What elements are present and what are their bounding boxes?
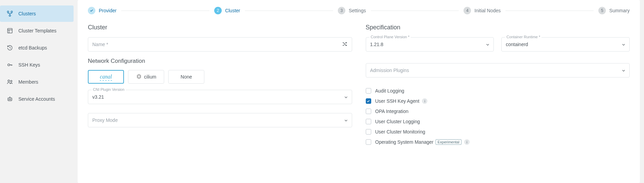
service-accounts-icon [6,95,14,103]
checkbox-icon [366,88,371,94]
svg-marker-11 [138,75,140,78]
info-icon[interactable]: i [422,98,427,104]
checkbox-icon [366,109,371,114]
checkbox-label: User SSH Key Agent i [375,98,428,104]
chevron-down-icon [485,42,489,46]
step-number: 5 [598,7,606,14]
experimental-badge: Experimental [436,139,461,145]
cni-option-label: None [180,74,192,80]
cni-option-cilium[interactable]: cilium [128,70,164,84]
shuffle-icon[interactable] [342,41,348,48]
step-provider[interactable]: Provider [88,7,116,14]
step-label: Initial Nodes [474,8,501,13]
step-settings[interactable]: 3 Settings [338,7,366,14]
canal-logo: canal [100,74,112,80]
svg-point-4 [8,64,10,66]
checkbox-label: OPA Integration [375,109,409,114]
chevron-down-icon [621,42,625,46]
svg-point-8 [9,99,10,100]
sidebar-item-label: etcd Backups [18,45,47,51]
field-label: Container Runtime * [505,35,541,39]
step-summary[interactable]: 5 Summary [598,7,630,14]
wizard-stepper: Provider 2 Cluster 3 Settings 4 Initial … [88,7,630,14]
left-column: Cluster Name * Network Configuration can… [88,24,352,147]
sidebar-item-clusters[interactable]: Clusters [0,5,74,22]
info-icon[interactable]: i [464,139,470,145]
cni-option-none[interactable]: None [168,70,204,84]
container-runtime-select[interactable]: Container Runtime * containerd [501,37,630,52]
right-column: Specification Control Plane Version * 1.… [366,24,630,147]
cni-plugin-options: canal cilium None [88,70,352,84]
cluster-name-input[interactable]: Name * [88,37,352,52]
cni-option-label: cilium [144,74,156,80]
chevron-down-icon [344,118,348,122]
step-divider [245,11,333,11]
checkbox-user-ssh-key-agent[interactable]: User SSH Key Agent i [366,96,630,106]
checkbox-user-cluster-monitoring[interactable]: User Cluster Monitoring [366,127,630,137]
backup-icon [6,44,14,52]
checkbox-icon [366,129,371,135]
proxy-mode-select[interactable]: Proxy Mode [88,113,352,127]
checkbox-opa-integration[interactable]: OPA Integration [366,106,630,116]
checkbox-label: User Cluster Logging [375,119,420,124]
section-title-network: Network Configuration [88,58,352,65]
clusters-icon [6,10,14,17]
input-placeholder: Admission Plugins [370,68,622,73]
step-initial-nodes[interactable]: 4 Initial Nodes [464,7,501,14]
step-number: 2 [214,7,222,14]
sidebar-item-etcd-backups[interactable]: etcd Backups [0,40,74,56]
svg-point-6 [11,80,12,82]
step-cluster[interactable]: 2 Cluster [214,7,240,14]
key-icon [6,61,14,69]
field-value: 1.21.8 [370,42,486,47]
step-label: Provider [99,8,116,13]
field-value: v3.21 [92,94,344,100]
admission-plugins-select[interactable]: Admission Plugins [366,63,630,78]
svg-rect-7 [8,98,12,101]
step-divider [505,11,594,11]
step-label: Settings [349,8,366,13]
checkbox-label: Audit Logging [375,88,405,94]
svg-rect-0 [7,11,9,13]
checkbox-icon [366,119,371,124]
sidebar-item-label: SSH Keys [18,62,40,68]
chevron-down-icon [344,95,348,99]
sidebar-item-members[interactable]: Members [0,74,74,90]
field-label: Control Plane Version * [370,35,411,39]
sidebar-item-cluster-templates[interactable]: Cluster Templates [0,23,74,39]
control-plane-version-select[interactable]: Control Plane Version * 1.21.8 [366,37,494,52]
checkbox-audit-logging[interactable]: Audit Logging [366,86,630,96]
field-value: containerd [506,42,621,47]
section-title-spec: Specification [366,24,630,31]
sidebar: Clusters Cluster Templates etcd Backups [0,0,74,183]
sidebar-item-ssh-keys[interactable]: SSH Keys [0,57,74,73]
svg-rect-1 [11,11,12,13]
checkbox-label: Operating System Manager Experimental i [375,139,470,145]
main-panel: Provider 2 Cluster 3 Settings 4 Initial … [78,0,640,183]
sidebar-item-service-accounts[interactable]: Service Accounts [0,91,74,107]
chevron-down-icon [621,68,625,72]
svg-point-9 [10,99,11,100]
cilium-icon [136,73,142,81]
members-icon [6,78,14,86]
step-label: Summary [609,8,630,13]
step-divider [121,11,209,11]
cni-plugin-version-select[interactable]: CNI Plugin Version v3.21 [88,90,352,104]
field-label: CNI Plugin Version [92,87,126,92]
input-placeholder: Proxy Mode [92,117,344,123]
step-divider [371,11,459,11]
checkbox-operating-system-manager[interactable]: Operating System Manager Experimental i [366,137,630,147]
svg-rect-2 [9,15,11,16]
input-placeholder: Name * [92,42,342,47]
step-number: 4 [464,7,471,14]
step-label: Cluster [225,8,240,13]
step-number: 3 [338,7,345,14]
svg-rect-3 [7,28,12,33]
checkbox-user-cluster-logging[interactable]: User Cluster Logging [366,116,630,127]
checkbox-label: User Cluster Monitoring [375,129,425,135]
section-title-cluster: Cluster [88,24,352,31]
sidebar-item-label: Service Accounts [18,96,55,102]
checkbox-icon [366,139,371,145]
svg-point-5 [8,80,10,82]
cni-option-canal[interactable]: canal [88,70,124,84]
